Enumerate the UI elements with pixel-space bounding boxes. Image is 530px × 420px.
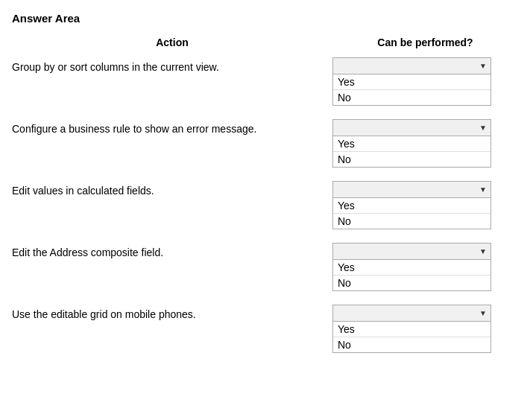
dropdown-arrow-5: ▼	[479, 309, 487, 317]
option-yes-4[interactable]: Yes	[333, 260, 490, 276]
option-no-5[interactable]: No	[333, 337, 490, 352]
option-no-3[interactable]: No	[333, 214, 490, 229]
table-container: Action Can be performed? Group by or sor…	[12, 36, 518, 353]
col-action-header: Action	[12, 36, 332, 48]
action-text-3: Edit values in calculated fields.	[12, 181, 332, 199]
dropdown-arrow-2: ▼	[479, 124, 487, 132]
table-row: Edit values in calculated fields. ▼ Yes …	[12, 181, 518, 229]
answer-area-title: Answer Area	[12, 12, 518, 25]
listbox-options-2: Yes No	[332, 136, 491, 168]
option-yes-2[interactable]: Yes	[333, 136, 490, 152]
listbox-options-3: Yes No	[332, 197, 491, 229]
listbox-options-1: Yes No	[332, 74, 491, 106]
dropdown-5[interactable]: ▼ Yes No	[332, 305, 491, 353]
dropdown-top-2[interactable]: ▼	[332, 119, 491, 136]
table-row: Use the editable grid on mobile phones. …	[12, 305, 518, 353]
dropdown-arrow-1: ▼	[479, 62, 487, 70]
table-row: Edit the Address composite field. ▼ Yes …	[12, 243, 518, 291]
dropdown-arrow-4: ▼	[479, 247, 487, 255]
option-yes-1[interactable]: Yes	[333, 74, 490, 90]
action-text-5: Use the editable grid on mobile phones.	[12, 305, 332, 322]
option-no-2[interactable]: No	[333, 152, 490, 167]
action-text-2: Configure a business rule to show an err…	[12, 119, 332, 137]
action-text-1: Group by or sort columns in the current …	[12, 57, 332, 75]
dropdown-4[interactable]: ▼ Yes No	[332, 243, 491, 291]
dropdown-top-1[interactable]: ▼	[332, 57, 491, 74]
dropdown-1[interactable]: ▼ Yes No	[332, 57, 491, 106]
dropdown-top-4[interactable]: ▼	[332, 243, 491, 259]
dropdown-3[interactable]: ▼ Yes No	[332, 181, 491, 229]
table-row: Group by or sort columns in the current …	[12, 57, 518, 106]
table-row: Configure a business rule to show an err…	[12, 119, 518, 168]
action-text-4: Edit the Address composite field.	[12, 243, 332, 261]
dropdown-arrow-3: ▼	[479, 185, 487, 194]
col-answer-header: Can be performed?	[332, 36, 518, 48]
option-no-1[interactable]: No	[333, 90, 490, 105]
option-yes-5[interactable]: Yes	[333, 322, 490, 337]
listbox-options-4: Yes No	[332, 259, 491, 291]
option-yes-3[interactable]: Yes	[333, 198, 490, 214]
table-header: Action Can be performed?	[12, 36, 518, 51]
dropdown-top-5[interactable]: ▼	[332, 305, 491, 321]
answer-area: Answer Area Action Can be performed? Gro…	[12, 12, 518, 353]
listbox-options-5: Yes No	[332, 321, 491, 353]
dropdown-2[interactable]: ▼ Yes No	[332, 119, 491, 168]
option-no-4[interactable]: No	[333, 276, 490, 290]
dropdown-top-3[interactable]: ▼	[332, 181, 491, 197]
